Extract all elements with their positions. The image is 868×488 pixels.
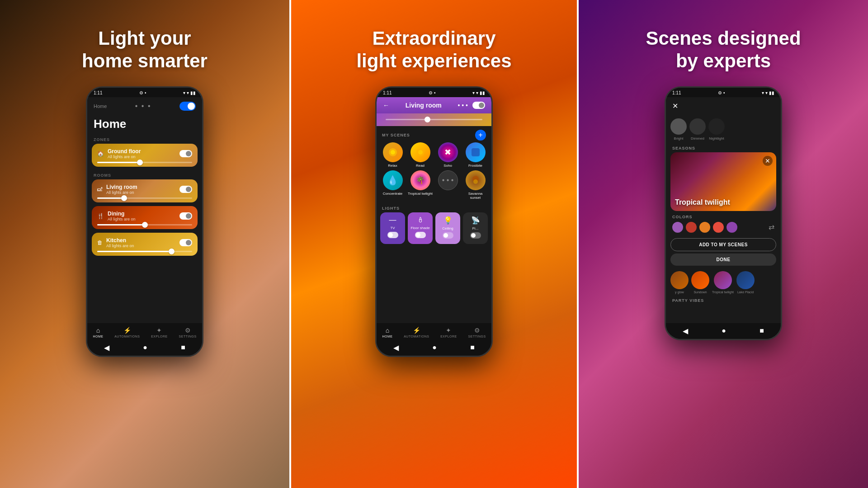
panel-3: Scenes designed by experts 1:11 ⚙ • ▾ ▾ … [579,0,868,488]
home-toggle[interactable] [179,102,196,111]
zone-dining[interactable]: 🍴 Dining All lights are on [92,206,198,229]
lights-grid: — TV 🕯 Floor shade 💡 Ceiling 📡 Fi... [377,212,491,247]
nav2-settings[interactable]: ⚙ SETTINGS [468,327,486,338]
nav-automations[interactable]: ⚡ AUTOMATIONS [114,327,140,338]
light-floor-shade[interactable]: 🕯 Floor shade [408,212,433,244]
color-dot-4 [713,222,724,233]
living-room-toggle[interactable] [179,186,192,193]
scene-concentrate[interactable]: 💧 Concentrate [380,170,405,200]
kitchen-sub: All lights are on [106,244,134,248]
automations-icon: ⚡ [123,327,131,334]
preset-dimmed[interactable]: Dimmed [689,118,706,141]
kitchen-slider[interactable] [97,251,192,252]
phone-2: 1:11 ⚙ • ▾ ▾ ▮▮ ← Living room • • • MY S… [375,86,493,357]
ground-floor-toggle[interactable] [179,150,192,157]
home-icon-2: ⌂ [386,327,389,334]
phone-2-nav: ⌂ HOME ⚡ AUTOMATIONS ✦ EXPLORE ⚙ SETTING… [377,323,491,340]
add-scene-btn[interactable]: + [475,130,486,141]
phone-1-navbar: ◀ ● ■ [87,340,202,356]
frostbite-circle [466,142,486,162]
phone-3: 1:11 ⚙ • ▾ ▾ ▮▮ ✕ Bright Dimmed [665,86,782,340]
back-arrow[interactable]: ← [383,102,389,109]
zone-living-room[interactable]: 🛋 Living room All lights are on [92,179,198,202]
preset-bright[interactable]: Bright [670,118,687,141]
living-room-name: Living room [106,184,137,190]
done-btn[interactable]: DONE [670,253,776,266]
nav-explore[interactable]: ✦ EXPLORE [151,327,168,338]
scenes-grid-1: Relax Read ✖ Soho [377,142,491,170]
back-btn-2[interactable]: ◀ [393,343,399,352]
color-dot-5 [726,222,737,233]
phone-1-statusbar: 1:11 ⚙ • ▾ ▾ ▮▮ [87,88,202,97]
dining-sub: All lights are on [108,217,136,221]
other-icon: 📡 [471,216,480,225]
dining-name: Dining [108,211,136,217]
phone-3-navbar: ◀ ● ■ [666,323,781,339]
scene-read[interactable]: Read [408,142,433,168]
scene-tropical[interactable]: 🌴 Tropical twilight [408,170,433,200]
ceiling-toggle[interactable] [443,232,453,239]
options-dots[interactable]: • • • [458,102,468,109]
svg-rect-4 [472,148,480,156]
ground-icon: 🏠 [97,150,104,157]
bottom-scene-lake[interactable]: Lake Placid [736,271,755,294]
preset-nightlight[interactable]: Nightlight [708,118,725,141]
tv-toggle[interactable] [387,232,398,238]
scene-frostbite[interactable]: Frostbite [463,142,488,168]
room-toggle[interactable] [472,102,485,109]
settings-icon-2: ⚙ [474,327,480,334]
phone-1-nav: ⌂ HOME ⚡ AUTOMATIONS ✦ EXPLORE ⚙ SETTING… [87,323,202,340]
living-room-slider[interactable] [97,197,192,199]
kitchen-toggle[interactable] [179,239,192,246]
floor-toggle[interactable] [415,232,426,238]
nav2-explore[interactable]: ✦ EXPLORE [440,327,457,338]
ground-floor-sub: All lights are on [108,155,141,159]
light-other[interactable]: 📡 Fi... [463,212,488,244]
preset-extra[interactable] [727,118,744,141]
panel-1: Light your home smarter 1:11 ⚙ • ▾ ▾ ▮▮ … [0,0,289,488]
nav-settings[interactable]: ⚙ SETTINGS [179,327,197,338]
automations-icon-2: ⚡ [413,327,420,334]
recents-btn-2[interactable]: ■ [470,343,475,352]
home-icon: ⌂ [96,327,100,334]
ground-floor-slider[interactable] [97,162,192,163]
recents-btn-3[interactable]: ■ [760,327,764,335]
kitchen-name: Kitchen [106,237,134,244]
home-title: Home [87,115,202,135]
dining-toggle[interactable] [179,212,192,220]
dining-slider[interactable] [97,224,192,225]
nav2-home[interactable]: ⌂ HOME [382,327,392,338]
home-btn-2[interactable]: ● [432,343,437,352]
scene-soho[interactable]: ✖ Soho [435,142,460,168]
panel-1-heading: Light your home smarter [82,0,208,86]
brightness-slider[interactable] [386,119,482,120]
bottom-scene-glow[interactable]: y glow [670,271,689,294]
rooms-label: ROOMS [87,170,202,179]
read-circle [410,142,430,162]
relax-circle [383,142,403,162]
home-btn-3[interactable]: ● [722,327,726,335]
back-btn-3[interactable]: ◀ [683,327,688,335]
recents-btn[interactable]: ■ [181,343,185,352]
nav-home[interactable]: ⌂ HOME [93,327,103,338]
home-btn[interactable]: ● [143,343,147,352]
svg-point-1 [391,150,395,155]
shuffle-icon[interactable]: ⇄ [769,223,774,231]
scene-relax[interactable]: Relax [380,142,405,168]
scene-savanna[interactable]: Savanna sunset [463,170,488,200]
zone-kitchen[interactable]: 🗑 Kitchen All lights are on [92,233,198,256]
add-to-scenes-btn[interactable]: ADD TO MY SCENES [670,238,776,251]
back-btn[interactable]: ◀ [104,343,109,352]
other-toggle[interactable] [470,232,481,239]
scene-close-btn[interactable]: ✕ [763,156,773,166]
light-tv[interactable]: — TV [380,212,405,244]
zone-ground-floor[interactable]: 🏠 Ground floor All lights are on [92,144,198,167]
scene-card-tropical[interactable]: Tropical twilight ✕ [670,152,776,211]
scene-edit[interactable]: • • • [435,170,460,200]
nav2-automations[interactable]: ⚡ AUTOMATIONS [404,327,429,338]
close-icon[interactable]: ✕ [672,102,678,110]
ceiling-icon: 💡 [443,216,453,225]
light-ceiling[interactable]: 💡 Ceiling [435,212,460,244]
bottom-scene-sundown[interactable]: Sundown [691,271,709,294]
bottom-scene-tropical[interactable]: Tropical twilight [712,271,734,294]
